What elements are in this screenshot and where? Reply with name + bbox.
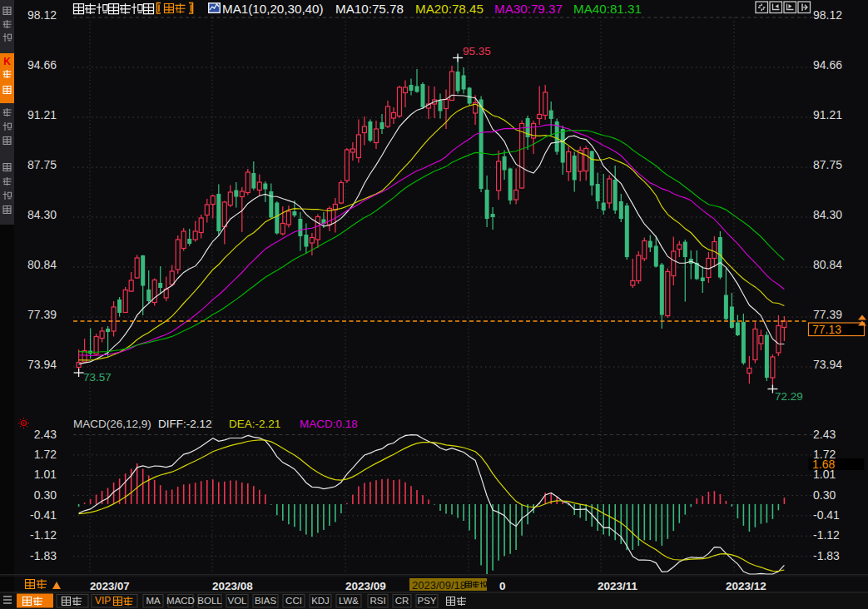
- svg-text:MACD:0.18: MACD:0.18: [300, 418, 358, 430]
- svg-text:2023/08: 2023/08: [212, 580, 253, 592]
- svg-text:MACD: MACD: [166, 596, 195, 606]
- svg-text:2023/09/18: 2023/09/18: [412, 579, 466, 592]
- svg-text:VIP: VIP: [95, 595, 111, 607]
- svg-text:0.30: 0.30: [813, 488, 836, 502]
- svg-text:MACD(26,12,9): MACD(26,12,9): [73, 418, 151, 430]
- svg-text:0: 0: [499, 580, 506, 592]
- svg-text:91.21: 91.21: [813, 108, 842, 121]
- svg-text:87.75: 87.75: [27, 158, 57, 171]
- svg-text:84.30: 84.30: [813, 208, 842, 221]
- svg-text:2.43: 2.43: [813, 428, 836, 441]
- svg-text:KDJ: KDJ: [311, 596, 330, 606]
- svg-text:2023/07: 2023/07: [90, 580, 130, 592]
- svg-text:MA: MA: [146, 596, 161, 606]
- svg-text:80.84: 80.84: [27, 258, 57, 271]
- svg-text:1.01: 1.01: [34, 468, 57, 481]
- svg-text:PSY: PSY: [417, 596, 436, 606]
- svg-text:-1.83: -1.83: [813, 549, 840, 562]
- svg-text:73.94: 73.94: [813, 358, 842, 371]
- svg-text:77.39: 77.39: [813, 308, 842, 321]
- svg-text:VOL: VOL: [227, 596, 247, 606]
- svg-text:80.84: 80.84: [813, 258, 842, 271]
- svg-text:87.75: 87.75: [813, 158, 842, 171]
- svg-text:77.39: 77.39: [27, 308, 57, 321]
- svg-text:MA40:81.31: MA40:81.31: [573, 2, 642, 16]
- svg-text:98.12: 98.12: [27, 8, 57, 22]
- svg-text:-1.83: -1.83: [30, 549, 57, 562]
- svg-text:73.94: 73.94: [27, 358, 57, 371]
- svg-text:1.68: 1.68: [812, 458, 835, 471]
- svg-text:1.72: 1.72: [34, 448, 57, 461]
- svg-text:2023/09: 2023/09: [345, 580, 386, 592]
- svg-text:94.66: 94.66: [27, 58, 57, 72]
- svg-text:2.43: 2.43: [34, 428, 57, 441]
- svg-text:-0.41: -0.41: [813, 508, 840, 522]
- svg-text:72.29: 72.29: [775, 390, 803, 403]
- svg-text:K: K: [3, 56, 11, 67]
- svg-text:MA1(10,20,30,40): MA1(10,20,30,40): [222, 2, 324, 16]
- svg-text:73.57: 73.57: [83, 371, 112, 384]
- svg-text:98.12: 98.12: [813, 8, 842, 22]
- svg-text:95.35: 95.35: [463, 45, 491, 57]
- svg-text:91.21: 91.21: [27, 108, 57, 121]
- svg-text:77.13: 77.13: [812, 323, 841, 336]
- svg-text:-0.41: -0.41: [30, 508, 57, 522]
- svg-text:84.30: 84.30: [27, 208, 57, 221]
- svg-text:RSI: RSI: [370, 596, 385, 606]
- svg-text:MA20:78.45: MA20:78.45: [415, 2, 484, 16]
- svg-text:94.66: 94.66: [813, 58, 842, 72]
- svg-text:MA30:79.37: MA30:79.37: [494, 2, 563, 16]
- svg-text:2023/11: 2023/11: [598, 580, 638, 592]
- svg-text:DEA:-2.21: DEA:-2.21: [229, 418, 280, 430]
- svg-text:-1.12: -1.12: [30, 528, 57, 542]
- svg-text:DIFF:-2.12: DIFF:-2.12: [158, 418, 212, 430]
- svg-text:CR: CR: [395, 596, 409, 606]
- svg-text:BIAS: BIAS: [255, 596, 277, 606]
- svg-text:0.30: 0.30: [34, 488, 57, 502]
- svg-text:CCI: CCI: [285, 596, 302, 606]
- svg-text:-1.12: -1.12: [813, 528, 840, 542]
- svg-text:LW&: LW&: [339, 596, 359, 606]
- svg-text:2023/12: 2023/12: [726, 580, 766, 592]
- svg-text:MA10:75.78: MA10:75.78: [335, 2, 404, 16]
- svg-text:BOLL: BOLL: [197, 596, 222, 606]
